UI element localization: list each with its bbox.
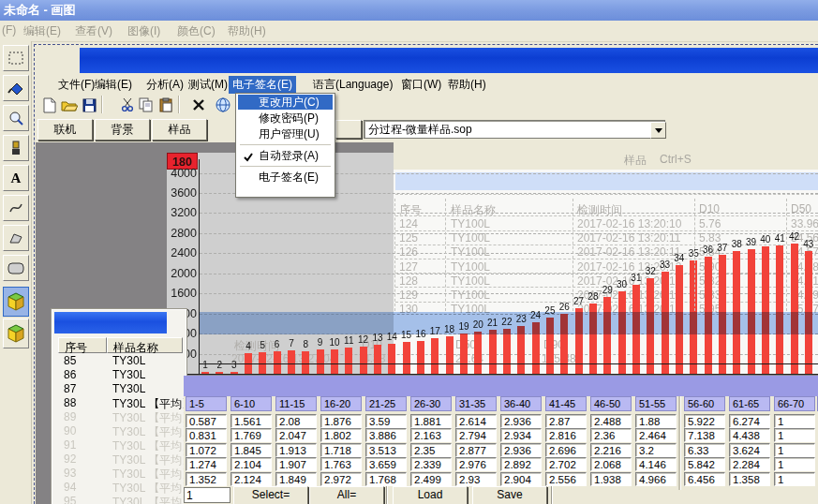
menu-item-2[interactable]: 分析(A) [142, 76, 187, 94]
freq-cell[interactable]: 2.556 [545, 472, 587, 486]
menu-item-auto-login[interactable]: 自动登录(A) [238, 148, 333, 163]
left-table-row-name[interactable]: TY30L [112, 382, 184, 395]
freq-cell[interactable]: 1.849 [275, 472, 317, 486]
freq-cell[interactable]: 3.624 [729, 443, 770, 457]
freq-cell[interactable]: 2.696 [545, 443, 587, 457]
freq-cell[interactable]: 2.35 [410, 443, 452, 457]
left-table-row-no[interactable]: 91 [64, 438, 76, 452]
paint-menu-item[interactable]: 图像(I) [127, 23, 160, 39]
freq-cell[interactable]: 6.456 [684, 472, 725, 486]
left-table-row-no[interactable]: 93 [64, 467, 76, 480]
freq-cell[interactable]: 1.072 [186, 443, 227, 457]
freq-cell[interactable]: 1.769 [231, 428, 272, 442]
freq-cell[interactable]: 0.587 [186, 414, 227, 428]
menu-item-7[interactable]: 帮助(H) [444, 76, 490, 94]
globe-icon[interactable] [214, 96, 232, 114]
freq-cell[interactable]: 1.768 [365, 472, 407, 486]
freq-cell[interactable]: 1 [774, 414, 815, 428]
freq-cell[interactable]: 1.907 [275, 457, 317, 471]
freq-cell[interactable]: 2.488 [590, 414, 632, 428]
menu-item-6[interactable]: 窗口(W) [397, 76, 445, 94]
freq-cell[interactable]: 2.124 [231, 472, 272, 486]
freq-cell[interactable]: 2.972 [320, 472, 362, 486]
menu-item-change-user[interactable]: 更改用户(C) [238, 95, 333, 110]
sample-list-titlebar[interactable] [54, 312, 167, 334]
cut-icon[interactable] [118, 96, 137, 114]
freq-cell[interactable]: 1.802 [320, 428, 362, 442]
freq-cell[interactable]: 6.274 [729, 414, 770, 428]
freq-cell[interactable]: 2.877 [455, 443, 497, 457]
freq-cell[interactable]: 1 [774, 428, 815, 442]
menu-item-change-password[interactable]: 修改密码(P) [238, 111, 333, 126]
freq-cell[interactable]: 1.718 [320, 443, 362, 457]
cube-3d-icon[interactable] [3, 287, 29, 317]
freq-cell[interactable]: 2.499 [410, 472, 452, 486]
freq-cell[interactable]: 5.842 [684, 457, 725, 471]
delete-icon[interactable] [189, 96, 208, 114]
select-tool-icon[interactable] [3, 45, 29, 71]
all-button[interactable]: All= [309, 486, 384, 504]
left-table-row-no[interactable]: 89 [64, 410, 76, 423]
freq-cell[interactable]: 1.358 [729, 472, 770, 486]
open-file-icon[interactable] [60, 96, 79, 114]
freq-cell[interactable]: 1.763 [320, 457, 362, 471]
sop-combobox-dropdown-button[interactable] [650, 122, 666, 139]
freq-cell[interactable]: 0.831 [186, 428, 227, 442]
freq-cell[interactable]: 4.146 [635, 457, 677, 471]
freq-cell[interactable]: 2.284 [729, 457, 770, 471]
freq-cell[interactable]: 4.966 [635, 472, 677, 486]
freq-cell[interactable]: 2.163 [410, 428, 452, 442]
left-table-row-name[interactable]: TY30L [112, 354, 184, 367]
toolbar-button-0[interactable]: 联机 [37, 119, 93, 141]
left-table-row-no[interactable]: 92 [64, 452, 76, 466]
paste-icon[interactable] [156, 96, 175, 114]
polygon-tool-icon[interactable] [3, 225, 29, 251]
freq-cell[interactable]: 1.845 [231, 443, 272, 457]
save-icon[interactable] [80, 96, 98, 114]
left-table-row-no[interactable]: 86 [64, 368, 76, 381]
freq-cell[interactable]: 3.59 [365, 414, 407, 428]
freq-cell[interactable]: 1.274 [186, 457, 227, 471]
freq-cell[interactable]: 1 [774, 457, 815, 471]
menu-item-3[interactable]: 测试(M) [185, 76, 231, 94]
menu-esignature[interactable]: 电子签名(E) [229, 76, 296, 94]
left-table-row-no[interactable]: 88 [64, 396, 76, 409]
freq-cell[interactable]: 2.936 [500, 443, 542, 457]
freq-cell[interactable]: 2.794 [455, 428, 497, 442]
left-table-row-no[interactable]: 95 [64, 495, 76, 504]
left-table-row-name[interactable]: TY30L 【平均】 [112, 495, 184, 504]
freq-cell[interactable]: 2.068 [590, 457, 632, 471]
freq-cell[interactable]: 2.904 [500, 472, 542, 486]
freq-cell[interactable]: 3.513 [365, 443, 407, 457]
freq-cell[interactable]: 2.08 [275, 414, 317, 428]
select-button[interactable]: Select= [233, 486, 308, 504]
selected-row-band[interactable] [200, 312, 818, 334]
freq-cell[interactable]: 1.88 [635, 414, 677, 428]
toolbar-button-1[interactable]: 背景 [95, 119, 150, 141]
load-button[interactable]: Load [393, 486, 468, 504]
freq-cell[interactable]: 2.936 [500, 414, 542, 428]
paint-menu-item[interactable]: 查看(V) [75, 23, 112, 39]
curve-tool-icon[interactable] [3, 195, 29, 221]
menu-item-user-management[interactable]: 用户管理(U) [238, 126, 333, 141]
freq-cell[interactable]: 1.913 [275, 443, 317, 457]
count-input[interactable] [184, 487, 231, 503]
fill-tool-icon[interactable] [3, 75, 29, 101]
freq-cell[interactable]: 2.464 [635, 428, 677, 442]
left-table-row-no[interactable]: 90 [64, 424, 76, 437]
freq-cell[interactable]: 1 [774, 443, 815, 457]
left-table-row-no[interactable]: 87 [64, 382, 76, 395]
freq-cell[interactable]: 2.216 [590, 443, 632, 457]
freq-cell[interactable]: 5.922 [684, 414, 725, 428]
sop-small-button[interactable] [335, 120, 362, 139]
freq-cell[interactable]: 2.702 [545, 457, 587, 471]
analyzer-titlebar[interactable] [80, 48, 818, 73]
freq-cell[interactable]: 2.934 [500, 428, 542, 442]
freq-cell[interactable]: 1.561 [231, 414, 272, 428]
left-table-row-no[interactable]: 85 [64, 354, 76, 367]
left-table-row-no[interactable]: 94 [64, 481, 76, 494]
paint-menu-item[interactable]: 编辑(E) [23, 23, 61, 39]
freq-cell[interactable]: 1.876 [320, 414, 362, 428]
paint-menu-item[interactable]: 帮助(H) [228, 23, 266, 39]
freq-cell[interactable]: 2.87 [545, 414, 587, 428]
